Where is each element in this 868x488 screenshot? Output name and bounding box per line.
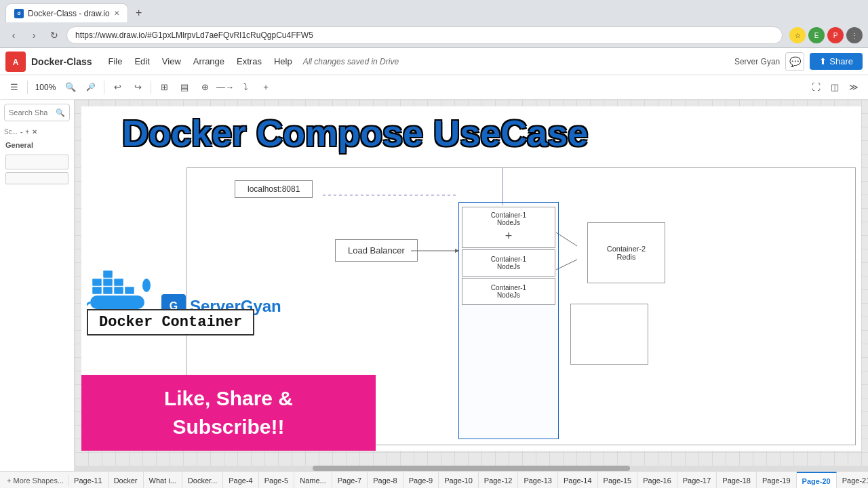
extra-rect [570, 304, 648, 365]
tab-page15[interactable]: Page-15 [598, 472, 638, 488]
scale-plus[interactable]: + [25, 128, 29, 136]
search-box[interactable]: 🔍 [4, 104, 70, 121]
app-logo: A [5, 52, 26, 72]
tab-page19[interactable]: Page-19 [757, 472, 797, 488]
waypoint-button[interactable]: ⊕ [196, 79, 214, 96]
panel-shapes [0, 152, 74, 187]
menu-arrange[interactable]: Arrange [188, 54, 230, 69]
scrollbar-thumb[interactable] [313, 466, 630, 471]
canvas-area[interactable]: Docker Compose UseCase localhost:8081 Lo… [75, 100, 868, 471]
scale-label: Sc... [4, 128, 18, 136]
tab-page9[interactable]: Page-9 [403, 472, 439, 488]
scale-close[interactable]: ✕ [32, 128, 37, 136]
docker-container-label: Docker Container [87, 309, 254, 336]
comment-button[interactable]: 💬 [785, 52, 804, 71]
bottom-tab-bar: + More Shapes... Page-11 Docker What i..… [0, 471, 868, 488]
add-shapes-button[interactable]: + More Shapes... [3, 475, 68, 486]
subscribe-banner: Like, Share & Subscribe!! [81, 375, 376, 451]
active-tab[interactable]: d Docker-Class - draw.io ✕ [5, 3, 128, 22]
tab-page12[interactable]: Page-12 [479, 472, 519, 488]
svg-line-4 [556, 260, 577, 270]
undo-button[interactable]: ↩ [108, 79, 126, 96]
address-bar: ‹ › ↻ ☆ E P ⋮ [0, 23, 868, 47]
add-button[interactable]: + [257, 79, 275, 96]
container-1-top: Container-1 NodeJs + [462, 207, 555, 248]
menu-help[interactable]: Help [269, 54, 298, 69]
general-section[interactable]: General [0, 138, 74, 152]
panels-toggle[interactable]: ☰ [5, 79, 23, 96]
canvas-white: Docker Compose UseCase localhost:8081 Lo… [81, 106, 861, 451]
bookmark-icon[interactable]: ☆ [789, 27, 806, 43]
share-button[interactable]: ⬆ Share [810, 53, 863, 70]
tab-docker2[interactable]: Docker... [182, 472, 223, 488]
new-tab-button[interactable]: + [131, 5, 147, 21]
format-panel-button[interactable]: ◫ [826, 79, 844, 96]
redo-button[interactable]: ↪ [129, 79, 146, 96]
zoom-in-button[interactable]: 🔍 [62, 79, 79, 96]
tab-page16[interactable]: Page-16 [637, 472, 677, 488]
docker-logo-svg [87, 265, 158, 316]
forward-button[interactable]: › [26, 27, 42, 43]
scale-minus[interactable]: - [20, 128, 22, 136]
drawio-app: A Docker-Class File Edit View Arrange Ex… [0, 48, 868, 488]
tab-page20[interactable]: Page-20 [797, 472, 837, 488]
vertical-line-top [502, 168, 503, 205]
diagram-title: Docker Compose UseCase [122, 112, 588, 154]
tab-page5[interactable]: Page-5 [259, 472, 294, 488]
line-style-button[interactable]: —→ [216, 79, 234, 96]
refresh-button[interactable]: ↻ [46, 27, 62, 43]
url-input[interactable] [66, 26, 783, 44]
scale-controls: Sc... - + ✕ [4, 128, 70, 136]
container-1-bottom: Container-1 NodeJs [462, 278, 555, 305]
format-button[interactable]: ⊞ [155, 79, 173, 96]
tab-page10[interactable]: Page-10 [439, 472, 479, 488]
overflow-button[interactable]: ≫ [845, 79, 863, 96]
saved-status: All changes saved in Drive [303, 57, 399, 66]
menu-bar: A Docker-Class File Edit View Arrange Ex… [0, 48, 868, 75]
tab-page21[interactable]: Page-21 [837, 472, 868, 488]
menu-file[interactable]: File [103, 54, 128, 69]
tab-page-11[interactable]: Page-11 [68, 472, 108, 488]
svg-rect-15 [103, 270, 113, 278]
extension-icon[interactable]: E [808, 27, 825, 43]
profile-icon[interactable]: P [827, 27, 844, 43]
tab-what[interactable]: What i... [144, 472, 182, 488]
tab-page7[interactable]: Page-7 [332, 472, 368, 488]
menu-right: Server Gyan 💬 ⬆ Share [734, 52, 863, 71]
browser-chrome: d Docker-Class - draw.io ✕ + ‹ › ↻ ☆ E P… [0, 0, 868, 48]
localhost-label: localhost:8081 [235, 180, 313, 198]
tab-title: Docker-Class - draw.io [28, 9, 110, 18]
main-content: 🔍 Sc... - + ✕ General [0, 100, 868, 471]
menu-edit[interactable]: Edit [129, 54, 155, 69]
tab-favicon: d [14, 9, 24, 18]
fullscreen-button[interactable]: ⛶ [807, 79, 825, 96]
search-input[interactable] [9, 108, 53, 117]
tab-page14[interactable]: Page-14 [558, 472, 598, 488]
svg-text:A: A [13, 58, 19, 67]
back-button[interactable]: ‹ [5, 27, 22, 43]
tab-page4[interactable]: Page-4 [223, 472, 258, 488]
menu-view[interactable]: View [157, 54, 186, 69]
svg-rect-10 [114, 287, 123, 294]
connector-button[interactable]: ⤵ [237, 79, 254, 96]
tab-name[interactable]: Name... [294, 472, 332, 488]
tab-page18[interactable]: Page-18 [717, 472, 757, 488]
plus-icon: + [467, 229, 551, 243]
left-panel: 🔍 Sc... - + ✕ General [0, 100, 75, 471]
menu-extras[interactable]: Extras [231, 54, 267, 69]
shape-rect-1[interactable] [5, 155, 68, 169]
shape-rect-2[interactable] [5, 172, 68, 184]
tab-docker[interactable]: Docker [108, 472, 144, 488]
menu-icon[interactable]: ⋮ [846, 27, 863, 43]
zoom-out-button[interactable]: 🔎 [82, 79, 100, 96]
share-icon: ⬆ [819, 56, 827, 66]
svg-rect-8 [92, 287, 102, 294]
scale-section: Sc... - + ✕ [0, 125, 74, 138]
horizontal-scrollbar[interactable] [75, 466, 868, 471]
table-button[interactable]: ▤ [176, 79, 193, 96]
tab-page17[interactable]: Page-17 [677, 472, 717, 488]
tab-page8[interactable]: Page-8 [368, 472, 403, 488]
tab-page13[interactable]: Page-13 [518, 472, 558, 488]
subscribe-line2: Subscribe!! [95, 413, 362, 441]
tab-close-btn[interactable]: ✕ [114, 9, 119, 17]
